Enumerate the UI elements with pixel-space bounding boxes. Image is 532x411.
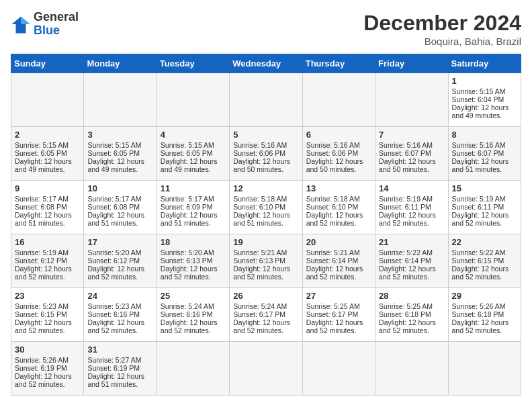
daylight-label: Daylight: 12 hours and 51 minutes.: [15, 211, 72, 227]
logo: General Blue: [11, 11, 79, 38]
daylight-label: Daylight: 12 hours and 49 minutes.: [15, 157, 72, 173]
daylight-label: Daylight: 12 hours and 50 minutes.: [233, 157, 290, 173]
day-number: 16: [15, 237, 80, 247]
calendar-cell: [84, 73, 157, 127]
sunrise-label: Sunrise: 5:17 AM: [87, 195, 141, 203]
sunset-label: Sunset: 6:10 PM: [233, 203, 285, 211]
sunset-label: Sunset: 6:18 PM: [379, 310, 431, 318]
logo-text: General Blue: [34, 11, 79, 38]
day-number: 13: [306, 183, 371, 193]
calendar-cell: 9Sunrise: 5:17 AMSunset: 6:08 PMDaylight…: [11, 181, 84, 234]
calendar-cell: 24Sunrise: 5:23 AMSunset: 6:16 PMDayligh…: [84, 288, 157, 342]
calendar-cell: 10Sunrise: 5:17 AMSunset: 6:08 PMDayligh…: [84, 181, 157, 234]
sunrise-label: Sunrise: 5:16 AM: [306, 141, 360, 149]
sunset-label: Sunset: 6:12 PM: [15, 257, 67, 265]
calendar-cell: 17Sunrise: 5:20 AMSunset: 6:12 PMDayligh…: [84, 234, 157, 288]
calendar-cell: 23Sunrise: 5:23 AMSunset: 6:15 PMDayligh…: [11, 288, 84, 342]
sunrise-label: Sunrise: 5:25 AM: [379, 302, 433, 310]
daylight-label: Daylight: 12 hours and 52 minutes.: [379, 318, 436, 334]
daylight-label: Daylight: 12 hours and 52 minutes.: [379, 211, 436, 227]
day-number: 17: [87, 237, 152, 247]
logo-general: General: [34, 11, 79, 24]
day-number: 18: [161, 237, 226, 247]
sunrise-label: Sunrise: 5:26 AM: [15, 356, 69, 364]
day-number: 22: [452, 237, 517, 247]
calendar-cell: [302, 342, 375, 396]
sunset-label: Sunset: 6:11 PM: [452, 203, 504, 211]
daylight-label: Daylight: 12 hours and 51 minutes.: [233, 211, 290, 227]
sunset-label: Sunset: 6:15 PM: [452, 257, 504, 265]
column-header-friday: Friday: [375, 54, 448, 73]
sunset-label: Sunset: 6:10 PM: [306, 203, 359, 211]
sunrise-label: Sunrise: 5:22 AM: [452, 248, 506, 257]
sunrise-label: Sunrise: 5:24 AM: [233, 302, 287, 310]
calendar-cell: [230, 73, 302, 127]
page-header: General Blue December 2024 Boquira, Bahi…: [11, 11, 521, 47]
calendar-cell: 18Sunrise: 5:20 AMSunset: 6:13 PMDayligh…: [157, 234, 229, 288]
daylight-label: Daylight: 12 hours and 52 minutes.: [15, 318, 72, 334]
calendar-cell: 11Sunrise: 5:17 AMSunset: 6:09 PMDayligh…: [157, 181, 229, 234]
day-number: 12: [233, 183, 298, 193]
daylight-label: Daylight: 12 hours and 51 minutes.: [452, 157, 509, 173]
day-number: 15: [452, 183, 517, 193]
calendar-cell: 13Sunrise: 5:18 AMSunset: 6:10 PMDayligh…: [302, 181, 375, 234]
calendar-header-row: SundayMondayTuesdayWednesdayThursdayFrid…: [11, 54, 521, 73]
day-number: 29: [452, 291, 517, 301]
calendar-cell: 14Sunrise: 5:19 AMSunset: 6:11 PMDayligh…: [375, 181, 448, 234]
sunrise-label: Sunrise: 5:23 AM: [87, 302, 141, 310]
sunset-label: Sunset: 6:05 PM: [87, 149, 140, 157]
sunset-label: Sunset: 6:16 PM: [161, 310, 213, 318]
calendar-cell: 20Sunrise: 5:21 AMSunset: 6:14 PMDayligh…: [302, 234, 375, 288]
daylight-label: Daylight: 12 hours and 49 minutes.: [87, 157, 144, 173]
day-number: 25: [161, 291, 226, 301]
calendar-cell: 21Sunrise: 5:22 AMSunset: 6:14 PMDayligh…: [375, 234, 448, 288]
sunrise-label: Sunrise: 5:15 AM: [15, 141, 69, 149]
daylight-label: Daylight: 12 hours and 52 minutes.: [161, 318, 218, 334]
sunset-label: Sunset: 6:19 PM: [15, 364, 67, 372]
column-header-monday: Monday: [84, 54, 157, 73]
calendar-cell: 5Sunrise: 5:16 AMSunset: 6:06 PMDaylight…: [230, 127, 302, 181]
calendar-cell: [157, 342, 229, 396]
calendar-week-row: 16Sunrise: 5:19 AMSunset: 6:12 PMDayligh…: [11, 234, 521, 288]
sunrise-label: Sunrise: 5:18 AM: [233, 195, 287, 203]
sunrise-label: Sunrise: 5:24 AM: [161, 302, 214, 310]
sunset-label: Sunset: 6:04 PM: [452, 95, 504, 103]
calendar-cell: 19Sunrise: 5:21 AMSunset: 6:13 PMDayligh…: [230, 234, 302, 288]
calendar-cell: 30Sunrise: 5:26 AMSunset: 6:19 PMDayligh…: [11, 342, 84, 396]
sunrise-label: Sunrise: 5:19 AM: [379, 195, 433, 203]
daylight-label: Daylight: 12 hours and 52 minutes.: [452, 318, 509, 334]
sunrise-label: Sunrise: 5:17 AM: [161, 195, 214, 203]
day-number: 10: [87, 183, 152, 193]
daylight-label: Daylight: 12 hours and 50 minutes.: [379, 157, 436, 173]
day-number: 19: [233, 237, 298, 247]
column-header-thursday: Thursday: [302, 54, 375, 73]
sunrise-label: Sunrise: 5:22 AM: [379, 248, 433, 257]
calendar-cell: 1Sunrise: 5:15 AMSunset: 6:04 PMDaylight…: [448, 73, 521, 127]
svg-marker-1: [21, 17, 30, 24]
logo-icon: [11, 14, 31, 34]
sunrise-label: Sunrise: 5:18 AM: [306, 195, 360, 203]
calendar-cell: [11, 73, 84, 127]
sunset-label: Sunset: 6:19 PM: [87, 364, 140, 372]
calendar-cell: [375, 73, 448, 127]
sunset-label: Sunset: 6:14 PM: [306, 257, 359, 265]
sunrise-label: Sunrise: 5:16 AM: [233, 141, 287, 149]
day-number: 30: [15, 345, 80, 355]
sunset-label: Sunset: 6:18 PM: [452, 310, 504, 318]
day-number: 26: [233, 291, 298, 301]
day-number: 20: [306, 237, 371, 247]
calendar-cell: 26Sunrise: 5:24 AMSunset: 6:17 PMDayligh…: [230, 288, 302, 342]
calendar-cell: 12Sunrise: 5:18 AMSunset: 6:10 PMDayligh…: [230, 181, 302, 234]
logo-blue: Blue: [34, 24, 79, 38]
day-number: 21: [379, 237, 444, 247]
day-number: 9: [15, 183, 80, 193]
sunset-label: Sunset: 6:16 PM: [87, 310, 140, 318]
calendar-cell: 7Sunrise: 5:16 AMSunset: 6:07 PMDaylight…: [375, 127, 448, 181]
calendar-cell: 4Sunrise: 5:15 AMSunset: 6:05 PMDaylight…: [157, 127, 229, 181]
sunrise-label: Sunrise: 5:19 AM: [452, 195, 506, 203]
sunrise-label: Sunrise: 5:23 AM: [15, 302, 69, 310]
calendar-cell: 22Sunrise: 5:22 AMSunset: 6:15 PMDayligh…: [448, 234, 521, 288]
sunset-label: Sunset: 6:06 PM: [306, 149, 359, 157]
calendar-cell: 29Sunrise: 5:26 AMSunset: 6:18 PMDayligh…: [448, 288, 521, 342]
sunset-label: Sunset: 6:12 PM: [87, 257, 140, 265]
